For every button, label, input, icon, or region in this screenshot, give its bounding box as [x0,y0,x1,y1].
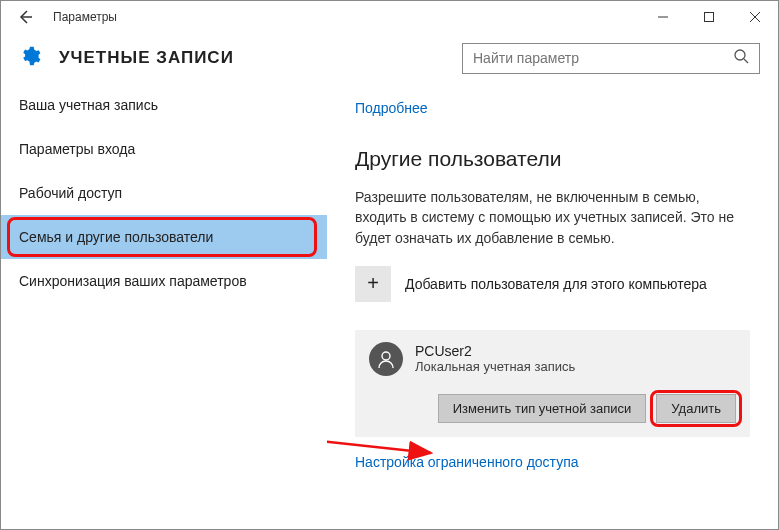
restricted-access-link[interactable]: Настройка ограниченного доступа [355,454,579,470]
section-heading: Другие пользователи [355,147,750,171]
user-card[interactable]: PCUser2 Локальная учетная запись Изменит… [355,330,750,437]
avatar [369,342,403,376]
sidebar-item-family-other-users[interactable]: Семья и другие пользователи [1,215,327,259]
section-description: Разрешите пользователям, не включенным в… [355,187,750,248]
svg-line-7 [327,441,431,453]
svg-line-5 [744,59,748,63]
plus-icon: + [355,266,391,302]
search-input[interactable] [473,50,733,66]
close-button[interactable] [732,1,778,33]
back-button[interactable] [9,1,41,33]
add-user-button[interactable]: + Добавить пользователя для этого компью… [355,266,750,302]
sidebar-item-signin-options[interactable]: Параметры входа [1,127,327,171]
main-panel: Подробнее Другие пользователи Разрешите … [327,83,778,529]
sidebar-item-sync-settings[interactable]: Синхронизация ваших параметров [1,259,327,303]
svg-point-8 [382,352,390,360]
gear-icon [19,45,41,71]
minimize-button[interactable] [640,1,686,33]
svg-rect-1 [705,13,714,22]
svg-point-4 [735,50,745,60]
change-account-type-button[interactable]: Изменить тип учетной записи [438,394,647,423]
maximize-button[interactable] [686,1,732,33]
sidebar: Ваша учетная запись Параметры входа Рабо… [1,83,327,529]
sidebar-item-your-account[interactable]: Ваша учетная запись [1,83,327,127]
search-box[interactable] [462,43,760,74]
user-name: PCUser2 [415,343,575,359]
search-icon [733,48,749,68]
add-user-label: Добавить пользователя для этого компьюте… [405,276,707,292]
sidebar-item-work-access[interactable]: Рабочий доступ [1,171,327,215]
page-title: УЧЕТНЫЕ ЗАПИСИ [59,48,234,68]
delete-user-button[interactable]: Удалить [656,394,736,423]
user-type: Локальная учетная запись [415,359,575,374]
window-title: Параметры [53,10,117,24]
details-link[interactable]: Подробнее [355,100,428,116]
